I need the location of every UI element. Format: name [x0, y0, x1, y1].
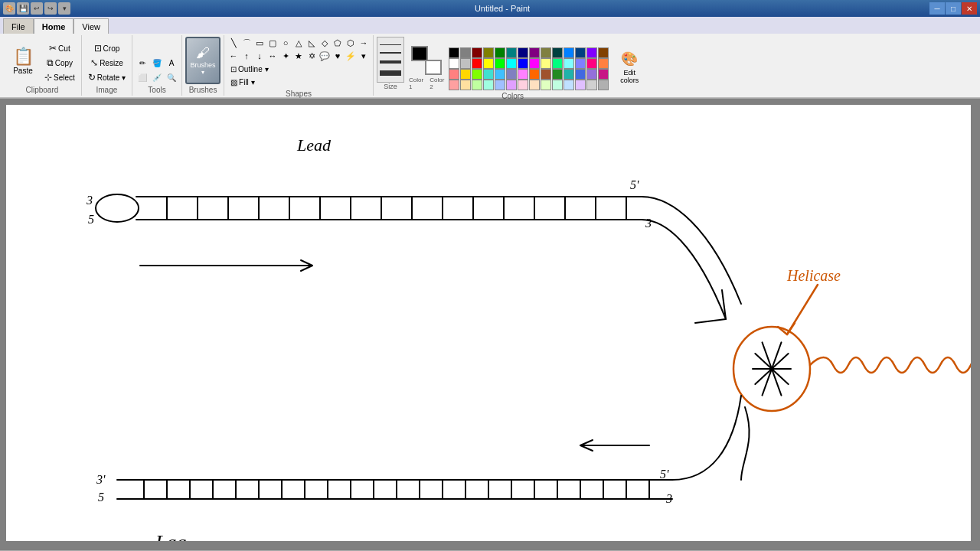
palette-color-cell[interactable] [529, 47, 540, 58]
palette-color-cell[interactable] [586, 47, 597, 58]
palette-color-cell[interactable] [472, 80, 482, 90]
rect-tool[interactable]: ▭ [253, 37, 266, 49]
palette-color-cell[interactable] [575, 69, 586, 80]
tab-view[interactable]: View [74, 18, 109, 34]
palette-color-cell[interactable] [552, 47, 563, 58]
palette-color-cell[interactable] [495, 69, 505, 80]
close-button[interactable]: ✕ [962, 2, 977, 15]
magnifier-tool[interactable]: 🔍 [165, 70, 178, 84]
fill-button[interactable]: ▨ Fill ▾ [227, 77, 370, 88]
palette-color-cell[interactable] [449, 47, 459, 58]
ellipse-tool[interactable]: ○ [279, 37, 292, 49]
palette-color-cell[interactable] [529, 58, 540, 69]
star6-tool[interactable]: ✡ [305, 50, 318, 62]
color2-preview[interactable] [425, 60, 442, 75]
tab-file[interactable]: File [3, 18, 34, 34]
maximize-button[interactable]: □ [946, 2, 961, 15]
palette-color-cell[interactable] [460, 47, 471, 58]
palette-color-cell[interactable] [598, 47, 609, 58]
star4-tool[interactable]: ✦ [279, 50, 292, 62]
palette-color-cell[interactable] [541, 69, 551, 80]
palette-color-cell[interactable] [449, 58, 459, 69]
star5-tool[interactable]: ★ [292, 50, 305, 62]
palette-color-cell[interactable] [483, 80, 494, 90]
canvas[interactable] [6, 105, 971, 541]
line-tool[interactable]: ╲ [227, 37, 240, 49]
diamond-tool[interactable]: ◇ [318, 37, 331, 49]
palette-color-cell[interactable] [506, 47, 517, 58]
palette-color-cell[interactable] [483, 58, 494, 69]
palette-color-cell[interactable] [506, 69, 517, 80]
paste-button[interactable]: 📋 Paste [6, 38, 40, 84]
4way-arrow-tool[interactable]: ↔ [266, 50, 279, 62]
rounded-rect2[interactable]: 💬 [318, 50, 331, 62]
quick-access-undo[interactable]: ↩ [31, 2, 43, 15]
palette-color-cell[interactable] [564, 80, 574, 90]
palette-color-cell[interactable] [586, 80, 597, 90]
quick-access-save[interactable]: 💾 [17, 2, 29, 15]
canvas-area[interactable] [0, 99, 980, 550]
curve-tool[interactable]: ⌒ [240, 37, 253, 49]
quick-access-more[interactable]: ▾ [58, 2, 70, 15]
drawing-canvas[interactable] [6, 105, 971, 541]
palette-color-cell[interactable] [518, 58, 528, 69]
palette-color-cell[interactable] [541, 47, 551, 58]
colorpicker-tool[interactable]: 💉 [150, 70, 164, 84]
tab-home[interactable]: Home [34, 18, 74, 34]
outline-button[interactable]: ⊡ Outline ▾ [227, 64, 370, 75]
hex-tool[interactable]: ⬡ [345, 37, 357, 49]
heart-tool[interactable]: ♥ [332, 50, 344, 62]
palette-color-cell[interactable] [460, 80, 471, 90]
select-button[interactable]: ⊹ Select [41, 70, 78, 84]
palette-color-cell[interactable] [449, 69, 459, 80]
rtriangle-tool[interactable]: ◺ [305, 37, 318, 49]
minimize-button[interactable]: ─ [929, 2, 945, 15]
palette-color-cell[interactable] [449, 80, 459, 90]
palette-color-cell[interactable] [495, 47, 505, 58]
palette-color-cell[interactable] [541, 80, 551, 90]
color1-preview[interactable] [411, 46, 428, 61]
palette-color-cell[interactable] [552, 58, 563, 69]
fill-tool[interactable]: 🪣 [150, 56, 164, 70]
palette-color-cell[interactable] [586, 58, 597, 69]
palette-color-cell[interactable] [472, 47, 482, 58]
palette-color-cell[interactable] [564, 69, 574, 80]
arrow-up-tool[interactable]: ↑ [240, 50, 253, 62]
palette-color-cell[interactable] [529, 69, 540, 80]
lightning-tool[interactable]: ⚡ [345, 50, 357, 62]
size-button[interactable] [377, 37, 404, 83]
arrow-right-tool[interactable]: → [358, 37, 370, 49]
palette-color-cell[interactable] [598, 80, 609, 90]
palette-color-cell[interactable] [518, 47, 528, 58]
edit-colors-button[interactable]: 🎨 Editcolors [610, 44, 648, 90]
cut-button[interactable]: ✂ Cut [46, 41, 74, 55]
resize-button[interactable]: ⤡ Resize [87, 56, 126, 70]
palette-color-cell[interactable] [564, 58, 574, 69]
palette-color-cell[interactable] [529, 80, 540, 90]
palette-color-cell[interactable] [460, 69, 471, 80]
palette-color-cell[interactable] [518, 69, 528, 80]
more-shapes[interactable]: ▾ [358, 50, 370, 62]
palette-color-cell[interactable] [575, 58, 586, 69]
arrow-down-tool[interactable]: ↓ [253, 50, 266, 62]
palette-color-cell[interactable] [575, 47, 586, 58]
rotate-button[interactable]: ↻ Rotate ▾ [85, 70, 129, 84]
palette-color-cell[interactable] [472, 58, 482, 69]
palette-color-cell[interactable] [598, 69, 609, 80]
brushes-button[interactable]: 🖌 Brushes ▾ [185, 37, 220, 84]
palette-color-cell[interactable] [506, 80, 517, 90]
palette-color-cell[interactable] [472, 69, 482, 80]
quick-access-redo[interactable]: ↪ [44, 2, 57, 15]
eraser-tool[interactable]: ⬜ [136, 70, 149, 84]
palette-color-cell[interactable] [506, 58, 517, 69]
palette-color-cell[interactable] [598, 58, 609, 69]
palette-color-cell[interactable] [483, 47, 494, 58]
palette-color-cell[interactable] [483, 69, 494, 80]
palette-color-cell[interactable] [495, 80, 505, 90]
palette-color-cell[interactable] [552, 69, 563, 80]
palette-color-cell[interactable] [495, 58, 505, 69]
arrow-left-tool[interactable]: ← [227, 50, 240, 62]
palette-color-cell[interactable] [586, 69, 597, 80]
crop-button[interactable]: ⊡ Crop [91, 41, 123, 55]
pencil-tool[interactable]: ✏ [136, 56, 149, 70]
